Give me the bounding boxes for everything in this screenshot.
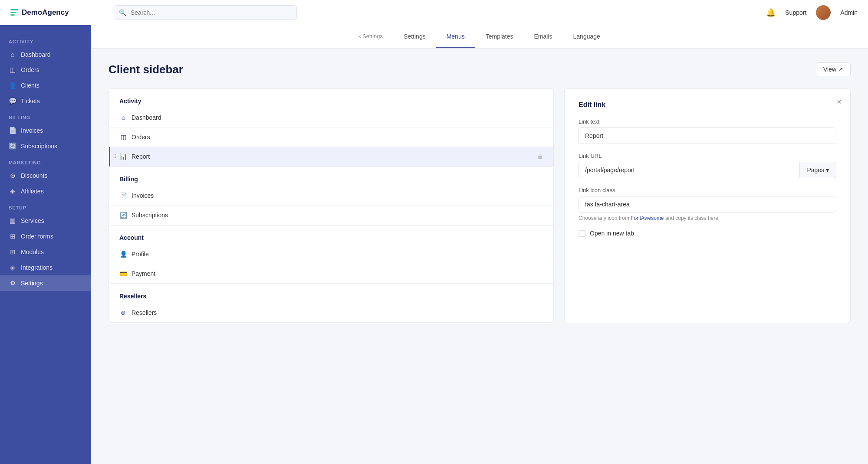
- edit-panel: Edit link × Link text Link URL Pages ▾: [564, 88, 851, 323]
- menu-item-payment[interactable]: 💳Payment: [109, 264, 553, 284]
- dashboard-menu-icon: ⌂: [119, 114, 127, 121]
- orders-icon: ◫: [9, 66, 16, 74]
- sidebar-item-label: Dashboard: [21, 51, 51, 58]
- sidebar-item-label: Services: [21, 217, 44, 224]
- sidebar-item-orders[interactable]: ◫Orders: [0, 62, 91, 78]
- sidebar-item-invoices[interactable]: 📄Invoices: [0, 123, 91, 138]
- menu-item-subscriptions[interactable]: 🔄Subscriptions: [109, 206, 553, 225]
- sidebar-item-label: Integrations: [21, 264, 53, 271]
- logo-icon: [10, 9, 18, 16]
- menu-item-dashboard[interactable]: ⌂Dashboard: [109, 108, 553, 127]
- avatar[interactable]: [816, 5, 831, 20]
- sidebar-item-order-forms[interactable]: ⊞Order forms: [0, 229, 91, 244]
- navbar: DemoAgency 🔍 🔔 Support Admin: [0, 0, 868, 25]
- resellers-menu-icon: ⊛: [119, 309, 127, 316]
- support-link[interactable]: Support: [785, 9, 806, 16]
- sidebar-item-label: Tickets: [21, 98, 40, 105]
- sidebar-item-label: Invoices: [21, 127, 43, 134]
- link-url-input[interactable]: [579, 162, 800, 178]
- view-button[interactable]: View ↗: [816, 62, 851, 76]
- sidebar-item-affiliates[interactable]: ◈Affiliates: [0, 183, 91, 199]
- navbar-right: 🔔 Support Admin: [766, 5, 858, 20]
- tab-language[interactable]: Language: [563, 26, 611, 48]
- sidebar-item-modules[interactable]: ⊞Modules: [0, 244, 91, 260]
- menu-item-profile[interactable]: 👤Profile: [109, 245, 553, 264]
- menu-item-label: Dashboard: [132, 114, 161, 121]
- edit-panel-title: Edit link: [579, 101, 836, 109]
- tickets-icon: 💬: [9, 97, 16, 105]
- menu-section-header: Account: [109, 225, 553, 245]
- sidebar-section-label: MARKETING: [0, 154, 91, 168]
- payment-menu-icon: 💳: [119, 270, 127, 277]
- tab-back[interactable]: ‹ Settings: [349, 26, 393, 47]
- clients-icon: 👤: [9, 82, 16, 89]
- fontawesome-link[interactable]: FontAwesome: [631, 215, 664, 221]
- sidebar-item-services[interactable]: ▦Services: [0, 213, 91, 229]
- menu-item-orders[interactable]: ◫Orders: [109, 127, 553, 147]
- search-input[interactable]: [115, 5, 297, 20]
- sidebar: ACTIVITY⌂Dashboard◫Orders👤Clients💬Ticket…: [0, 25, 91, 464]
- tab-emails[interactable]: Emails: [524, 26, 563, 48]
- sidebar-item-label: Affiliates: [21, 188, 44, 195]
- tabs-container: SettingsMenusTemplatesEmailsLanguage: [393, 26, 611, 48]
- close-icon[interactable]: ×: [837, 98, 842, 107]
- link-icon-input[interactable]: [579, 196, 836, 212]
- menu-item-invoices[interactable]: 📄Invoices: [109, 186, 553, 206]
- sidebar-item-label: Order forms: [21, 233, 53, 240]
- link-text-group: Link text: [579, 118, 836, 144]
- invoices-menu-icon: 📄: [119, 192, 127, 199]
- integrations-icon: ◈: [9, 264, 16, 271]
- page-content: Client sidebar View ↗ Activity⌂Dashboard…: [91, 49, 868, 337]
- sidebar-item-label: Subscriptions: [21, 143, 57, 150]
- menu-section-header: Resellers: [109, 284, 553, 303]
- menu-item-report[interactable]: ⠿📊Report🗑: [109, 147, 553, 167]
- affiliates-icon: ◈: [9, 187, 16, 195]
- invoices-icon: 📄: [9, 127, 16, 134]
- sidebar-section-label: ACTIVITY: [0, 33, 91, 47]
- link-text-label: Link text: [579, 118, 836, 125]
- menu-panel: Activity⌂Dashboard◫Orders⠿📊Report🗑Billin…: [108, 88, 554, 323]
- menu-item-label: Invoices: [132, 192, 154, 199]
- sidebar-item-label: Orders: [21, 66, 39, 73]
- open-new-tab-label: Open in new tab: [590, 230, 634, 237]
- modules-icon: ⊞: [9, 248, 16, 256]
- sidebar-item-discounts[interactable]: ⊛Discounts: [0, 168, 91, 183]
- subscriptions-icon: 🔄: [9, 142, 16, 150]
- sidebar-item-settings[interactable]: ⚙Settings: [0, 275, 91, 291]
- logo-text: DemoAgency: [22, 8, 69, 17]
- tab-menus[interactable]: Menus: [436, 26, 475, 48]
- delete-icon[interactable]: 🗑: [537, 153, 543, 160]
- sidebar-item-subscriptions[interactable]: 🔄Subscriptions: [0, 138, 91, 154]
- main-content: ‹ Settings SettingsMenusTemplatesEmailsL…: [91, 25, 868, 464]
- sidebar-item-dashboard[interactable]: ⌂Dashboard: [0, 47, 91, 62]
- sidebar-item-label: Modules: [21, 248, 44, 255]
- menu-item-label: Report: [132, 153, 150, 160]
- link-url-label: Link URL: [579, 153, 836, 159]
- notification-bell-icon[interactable]: 🔔: [766, 8, 776, 17]
- tab-templates[interactable]: Templates: [475, 26, 524, 48]
- tab-settings[interactable]: Settings: [393, 26, 436, 48]
- page-header: Client sidebar View ↗: [108, 62, 851, 76]
- tab-bar: ‹ Settings SettingsMenusTemplatesEmailsL…: [91, 25, 868, 49]
- menu-section-header: Activity: [109, 89, 553, 108]
- link-url-group: Link URL Pages ▾: [579, 153, 836, 178]
- sidebar-item-label: Discounts: [21, 172, 47, 179]
- menu-item-label: Profile: [132, 251, 149, 258]
- order-forms-icon: ⊞: [9, 232, 16, 240]
- pages-button[interactable]: Pages ▾: [800, 162, 836, 178]
- menu-item-resellers[interactable]: ⊛Resellers: [109, 303, 553, 323]
- logo[interactable]: DemoAgency: [10, 8, 102, 17]
- sidebar-item-integrations[interactable]: ◈Integrations: [0, 260, 91, 275]
- hint-text: Choose any icon from FontAwesome and cop…: [579, 215, 836, 221]
- link-icon-group: Link icon class Choose any icon from Fon…: [579, 187, 836, 221]
- sidebar-item-tickets[interactable]: 💬Tickets: [0, 93, 91, 109]
- sidebar-item-clients[interactable]: 👤Clients: [0, 78, 91, 93]
- app-layout: ACTIVITY⌂Dashboard◫Orders👤Clients💬Ticket…: [0, 0, 868, 464]
- menu-item-label: Payment: [132, 270, 155, 277]
- search-container: 🔍: [115, 5, 297, 20]
- subscriptions-menu-icon: 🔄: [119, 212, 127, 219]
- link-text-input[interactable]: [579, 127, 836, 144]
- sidebar-section-label: BILLING: [0, 109, 91, 123]
- menu-item-label: Subscriptions: [132, 212, 168, 219]
- open-new-tab-checkbox[interactable]: [579, 230, 585, 237]
